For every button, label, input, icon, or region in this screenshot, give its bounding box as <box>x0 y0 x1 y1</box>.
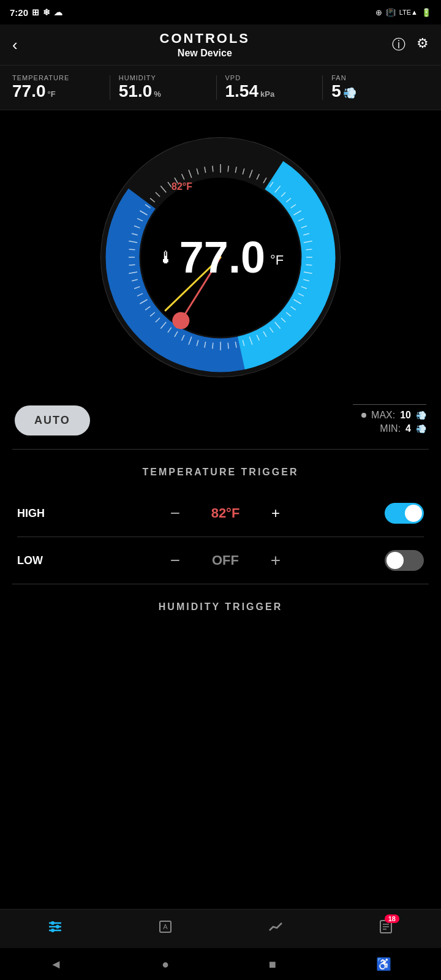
android-nav: ◄ ● ■ ♿ <box>0 948 441 980</box>
temperature-value: 77.0 °F <box>12 81 110 101</box>
fan-max-icon: 💨 <box>416 410 426 420</box>
humidity-trigger-header: HUMIDITY TRIGGER <box>0 584 441 625</box>
svg-line-42 <box>213 342 213 349</box>
svg-point-85 <box>51 929 55 932</box>
humidity-value: 51.0 % <box>119 81 216 101</box>
thermometer-icon: 🌡 <box>157 247 175 268</box>
svg-point-84 <box>56 925 59 929</box>
svg-point-83 <box>51 921 55 925</box>
low-trigger-row: LOW − OFF + <box>0 537 441 584</box>
vpd-label: VPD <box>225 74 323 81</box>
header: ‹ CONTROLS New Device ⓘ ⚙ <box>0 24 441 66</box>
battery-icon: 🔋 <box>421 8 431 17</box>
low-decrement-button[interactable]: − <box>164 549 186 571</box>
home-nav-button[interactable]: ● <box>162 957 169 971</box>
svg-text:A: A <box>163 923 168 930</box>
notification-badge: 18 <box>385 914 399 923</box>
stats-row: TEMPERATURE 77.0 °F HUMIDITY 51.0 % VPD … <box>0 66 441 110</box>
fan-max-dot <box>361 413 366 418</box>
bottom-nav: A 18 <box>0 909 441 948</box>
gauge-center-display: 🌡 77.0 °F <box>157 232 284 282</box>
svg-line-22 <box>306 249 312 250</box>
fan-value: 5 💨 <box>331 81 429 101</box>
nav-chart[interactable] <box>267 918 284 940</box>
status-time: 7:20 ⊞ ❄ ☁ <box>10 7 62 18</box>
svg-line-76 <box>213 166 213 172</box>
fan-max-label: MAX: <box>371 410 395 421</box>
vpd-value: 1.54 kPa <box>225 81 323 101</box>
svg-line-6 <box>228 166 228 172</box>
low-trigger-value: OFF <box>201 552 250 568</box>
gauge-temp-unit: °F <box>270 252 284 268</box>
gauge-section: 82°F 🌡 77.0 °F <box>0 110 441 398</box>
high-trigger-value: 82°F <box>201 505 250 521</box>
low-trigger-controls: − OFF + <box>76 549 375 571</box>
nav-controls[interactable] <box>47 918 64 940</box>
high-decrement-button[interactable]: − <box>164 502 186 524</box>
fan-stat: FAN 5 💨 <box>323 74 429 101</box>
page-title: CONTROLS <box>160 31 250 47</box>
low-trigger-toggle[interactable] <box>385 550 424 571</box>
fan-min-icon: 💨 <box>416 424 426 434</box>
nav-notifications[interactable]: 18 <box>377 918 394 940</box>
vpd-stat: VPD 1.54 kPa <box>217 74 323 101</box>
high-trigger-controls: − 82°F + <box>76 502 375 524</box>
high-increment-button[interactable]: + <box>265 502 287 524</box>
svg-line-40 <box>228 342 228 349</box>
gauge-container: 82°F 🌡 77.0 °F <box>92 129 349 386</box>
high-toggle-track <box>385 503 424 524</box>
back-nav-button[interactable]: ◄ <box>50 957 62 971</box>
high-toggle-thumb <box>405 505 422 522</box>
temperature-stat: TEMPERATURE 77.0 °F <box>12 74 110 101</box>
high-trigger-toggle[interactable] <box>385 503 424 524</box>
notification-icon: ⊞ <box>32 7 39 17</box>
settings-button[interactable]: ⚙ <box>417 36 429 54</box>
controls-nav-icon <box>47 918 64 940</box>
vibrate-icon: 📳 <box>386 8 396 17</box>
header-icons: ⓘ ⚙ <box>392 36 429 54</box>
cloud-icon: ☁ <box>54 7 62 17</box>
high-temp-label: 82°F <box>172 181 192 192</box>
status-right: ⊕ 📳 LTE▲ 🔋 <box>375 8 431 17</box>
sync-icon: ❄ <box>43 7 50 17</box>
low-trigger-label: LOW <box>17 554 66 567</box>
high-trigger-row: HIGH − 82°F + <box>0 490 441 537</box>
device-name: New Device <box>160 48 250 59</box>
back-button[interactable]: ‹ <box>12 36 18 55</box>
controls-row: AUTO MAX: 10 💨 MIN: 4 💨 <box>0 398 441 449</box>
high-trigger-label: HIGH <box>17 507 66 520</box>
svg-line-58 <box>129 265 135 265</box>
low-increment-button[interactable]: + <box>265 549 287 571</box>
fan-max-row: MAX: 10 💨 <box>353 410 426 421</box>
chart-nav-icon <box>267 918 284 940</box>
fan-label: FAN <box>331 74 429 81</box>
gauge-temperature: 77.0 <box>179 232 265 282</box>
fan-max-value: 10 <box>400 410 411 421</box>
humidity-stat: HUMIDITY 51.0 % <box>110 74 216 101</box>
svg-line-24 <box>306 265 312 265</box>
status-bar: 7:20 ⊞ ❄ ☁ ⊕ 📳 LTE▲ 🔋 <box>0 0 441 24</box>
temperature-trigger-header: TEMPERATURE TRIGGER <box>0 450 441 490</box>
fan-min-value: 4 <box>405 423 411 434</box>
fan-min-label: MIN: <box>380 423 401 434</box>
nav-device[interactable]: A <box>157 918 174 940</box>
temperature-label: TEMPERATURE <box>12 74 110 81</box>
header-center: CONTROLS New Device <box>160 31 250 59</box>
auto-button[interactable]: AUTO <box>15 405 90 435</box>
fan-min-row: MIN: 4 💨 <box>353 423 426 434</box>
info-button[interactable]: ⓘ <box>392 36 405 54</box>
low-toggle-thumb <box>386 552 404 569</box>
device-nav-icon: A <box>157 918 174 940</box>
signal-icon: LTE▲ <box>399 9 418 16</box>
recent-nav-button[interactable]: ■ <box>269 957 276 971</box>
humidity-label: HUMIDITY <box>119 74 216 81</box>
low-toggle-track <box>385 550 424 571</box>
accessibility-nav-button[interactable]: ♿ <box>376 957 391 971</box>
fan-limits: MAX: 10 💨 MIN: 4 💨 <box>353 404 426 437</box>
gps-icon: ⊕ <box>375 8 382 17</box>
svg-line-60 <box>129 249 135 250</box>
